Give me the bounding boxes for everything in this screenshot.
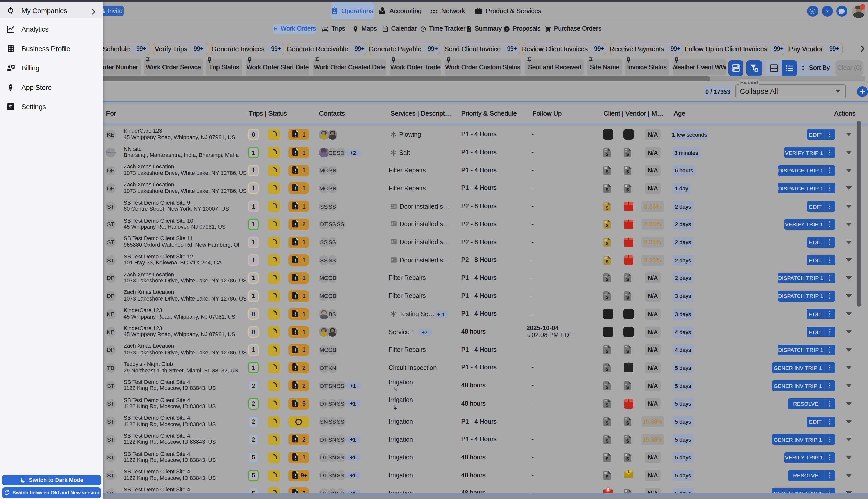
svg-text:$: $ [606, 295, 609, 300]
svg-text:$: $ [627, 277, 629, 282]
svg-text:$: $ [606, 349, 609, 354]
svg-text:$: $ [606, 366, 609, 372]
svg-text:$: $ [606, 187, 609, 192]
svg-text:$: $ [606, 169, 609, 174]
svg-text:$: $ [606, 259, 609, 264]
svg-text:$: $ [606, 421, 609, 426]
svg-text:$: $ [627, 385, 629, 390]
svg-text:$: $ [606, 456, 609, 461]
svg-text:$: $ [627, 295, 629, 300]
svg-text:$: $ [606, 223, 609, 228]
svg-text:$: $ [627, 187, 629, 192]
svg-text:$: $ [627, 438, 629, 443]
svg-text:$: $ [627, 456, 629, 461]
svg-text:$: $ [606, 205, 609, 210]
svg-text:$: $ [627, 421, 629, 426]
svg-text:$: $ [606, 151, 609, 157]
svg-text:$: $ [606, 241, 609, 246]
svg-text:$: $ [606, 438, 609, 443]
svg-text:$: $ [606, 474, 609, 479]
svg-text:$: $ [606, 385, 609, 390]
svg-text:$: $ [606, 277, 609, 282]
svg-text:$: $ [627, 151, 629, 157]
svg-text:$: $ [606, 402, 609, 407]
svg-text:$: $ [627, 169, 629, 174]
svg-text:$: $ [627, 349, 629, 354]
